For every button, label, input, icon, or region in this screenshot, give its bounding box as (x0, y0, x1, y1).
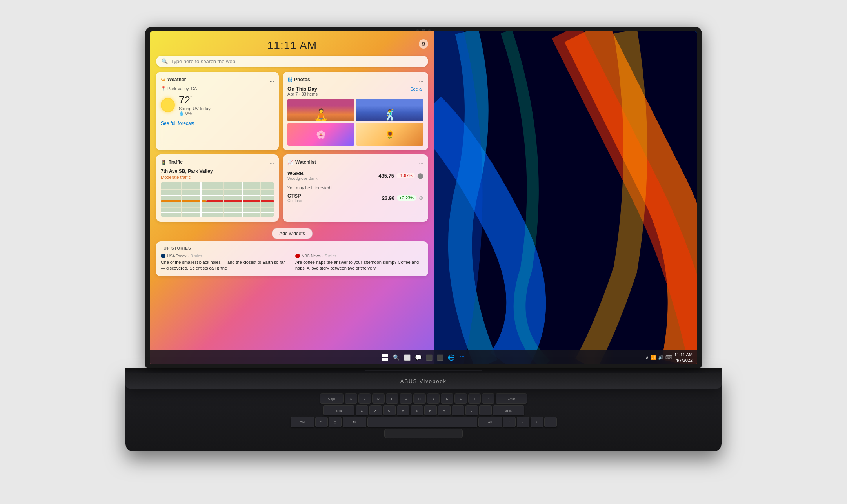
keyboard: Caps A S D F G H J K L ; ' Enter Shift Z… (155, 393, 692, 427)
taskbar-right: ∧ 📶 🔊 ⌨ 11:11 AM 4/7/2022 (645, 352, 693, 363)
weather-sun-icon (161, 98, 175, 112)
key-f[interactable]: F (386, 393, 398, 404)
key-fn[interactable]: Fn (315, 417, 328, 427)
photos-widget-header: 🖼 Photos ... (287, 76, 424, 83)
photos-more-btn[interactable]: ... (419, 76, 424, 83)
key-k[interactable]: K (441, 393, 453, 404)
search-bar[interactable]: 🔍 Type here to search the web (156, 56, 428, 67)
weather-icon: 🌤 (161, 77, 165, 82)
usa-today-dot (161, 254, 165, 258)
stock-item-wgrb[interactable]: WGRB Woodgrove Bank 435.75 -1.67% ⬤ (287, 169, 424, 183)
key-slash[interactable]: / (479, 405, 492, 415)
laptop-lid: 11:11 AM 🔍 Type here to search the web (145, 27, 702, 368)
key-z[interactable]: Z (356, 405, 368, 415)
key-space[interactable] (367, 417, 477, 427)
photos-title: Photos (294, 77, 310, 82)
top-stories-label: TOP STORIES (161, 246, 424, 250)
add-widgets-button[interactable]: Add widgets (272, 228, 312, 239)
key-h[interactable]: H (413, 393, 426, 404)
weather-forecast-link[interactable]: See full forecast (161, 121, 274, 126)
key-g[interactable]: G (400, 393, 412, 404)
key-a[interactable]: A (345, 393, 357, 404)
key-shift-l[interactable]: Shift (323, 405, 354, 415)
photos-subtitle-row: On This Day Apr 7 · 33 items See all (287, 86, 424, 96)
taskbar-edge-icon[interactable]: 🌐 (447, 353, 455, 362)
key-comma[interactable]: , (452, 405, 464, 415)
taskbar: 🔍 ⬜ 💬 ⬛ ⬛ 🌐 🗃 ∧ 📶 🔊 ⌨ 1 (150, 350, 697, 364)
weather-location: 📍 Park Valley, CA (161, 86, 274, 91)
traffic-map[interactable] (161, 182, 274, 217)
stories-row: USA Today · 3 mins One of the smallest b… (161, 254, 424, 272)
key-s[interactable]: S (358, 393, 371, 404)
key-j[interactable]: J (427, 393, 440, 404)
photo-thumb-2[interactable]: 🕺 (356, 99, 423, 121)
weather-temp-group: 72°F Strong UV today 💧 0% (179, 94, 211, 116)
key-win[interactable]: ⊞ (329, 417, 342, 427)
widget-row-1: 🌤 Weather ... 📍 Park Valley, CA (156, 72, 428, 150)
key-c[interactable]: C (383, 405, 396, 415)
taskbar-center: 🔍 ⬜ 💬 ⬛ ⬛ 🌐 🗃 (381, 353, 466, 362)
photo-thumb-1[interactable]: 🧘 (287, 99, 354, 121)
photo-thumb-3[interactable]: 🌸 (287, 123, 354, 146)
taskbar-chevron-icon[interactable]: ∧ (645, 355, 649, 360)
key-ctrl-l[interactable]: Ctrl (291, 417, 314, 427)
key-left[interactable]: ← (517, 417, 529, 427)
key-alt-r[interactable]: Alt (478, 417, 502, 427)
widget-row-2: 🚦 Traffic ... 7th Ave SB, Park Valley Mo… (156, 154, 428, 222)
laptop-brand: ASUS Vivobook (400, 378, 447, 384)
screen-left-panel: 11:11 AM 🔍 Type here to search the web (150, 31, 434, 364)
weather-main: 72°F Strong UV today 💧 0% (161, 94, 274, 116)
story-item-2[interactable]: NBC News · 5 mins Are coffee naps the an… (295, 254, 424, 272)
story-source-2: NBC News · 5 mins (295, 254, 424, 258)
key-up[interactable]: ↑ (503, 417, 516, 427)
key-period[interactable]: . (465, 405, 478, 415)
taskbar-teams-icon[interactable]: 💬 (414, 353, 422, 362)
story-item-1[interactable]: USA Today · 3 mins One of the smallest b… (161, 254, 289, 272)
weather-content: 📍 Park Valley, CA 72°F Strong UV today 💧… (161, 86, 274, 126)
key-alt-l[interactable]: Alt (343, 417, 366, 427)
taskbar-search-icon[interactable]: 🔍 (392, 353, 400, 362)
taskbar-store-icon[interactable]: ⬛ (425, 353, 433, 362)
photo-thumb-4[interactable]: 🌻 (356, 123, 423, 146)
taskbar-keyboard-icon: ⌨ (665, 355, 672, 360)
taskbar-notes-icon[interactable]: ⬛ (436, 353, 444, 362)
widget-settings-icon[interactable]: ⚙ (419, 39, 428, 49)
taskbar-wifi-icon: 📶 (651, 355, 656, 360)
key-semicolon[interactable]: ; (468, 393, 481, 404)
weather-title-row: 🌤 Weather (161, 77, 186, 82)
key-enter[interactable]: Enter (496, 393, 527, 404)
taskbar-taskview-icon[interactable]: ⬜ (403, 353, 411, 362)
weather-temperature: 72°F (179, 94, 196, 106)
key-n[interactable]: N (424, 405, 437, 415)
key-down[interactable]: ↓ (531, 417, 543, 427)
touchpad[interactable] (384, 429, 463, 438)
key-x[interactable]: X (369, 405, 382, 415)
key-shift-r[interactable]: Shift (493, 405, 524, 415)
key-caps[interactable]: Caps (320, 393, 344, 404)
photos-on-this-day-label: On This Day (287, 86, 318, 92)
key-m[interactable]: M (438, 405, 451, 415)
key-d[interactable]: D (372, 393, 385, 404)
key-l[interactable]: L (454, 393, 467, 404)
key-v[interactable]: V (397, 405, 409, 415)
taskbar-time[interactable]: 11:11 AM 4/7/2022 (674, 352, 693, 363)
stock-price-wgrb-row: 435.75 -1.67% ⬤ (378, 172, 424, 179)
taskbar-volume-icon[interactable]: 🔊 (658, 355, 664, 360)
story-time-sep: · (322, 254, 324, 258)
photos-on-this-day: On This Day Apr 7 · 33 items (287, 86, 318, 96)
traffic-widget-header: 🚦 Traffic ... (161, 159, 274, 165)
stock-item-ctsp[interactable]: CTSP Contoso 23.98 +2.23% ⊕ (287, 191, 424, 205)
widget-panel: 11:11 AM 🔍 Type here to search the web (150, 31, 434, 364)
key-right[interactable]: → (544, 417, 557, 427)
time-text: 11:11 AM (267, 39, 317, 51)
key-quote[interactable]: ' (482, 393, 494, 404)
key-b[interactable]: B (411, 405, 423, 415)
watchlist-title: Watchlist (295, 160, 316, 165)
taskbar-app-icon[interactable]: 🗃 (458, 353, 466, 362)
taskbar-windows-icon[interactable] (381, 353, 389, 362)
photos-see-all-link[interactable]: See all (410, 87, 424, 91)
stock-info-ctsp: CTSP Contoso (287, 193, 302, 203)
watchlist-more-btn[interactable]: ... (419, 159, 424, 165)
traffic-more-btn[interactable]: ... (269, 159, 274, 165)
weather-more-btn[interactable]: ... (269, 76, 274, 83)
